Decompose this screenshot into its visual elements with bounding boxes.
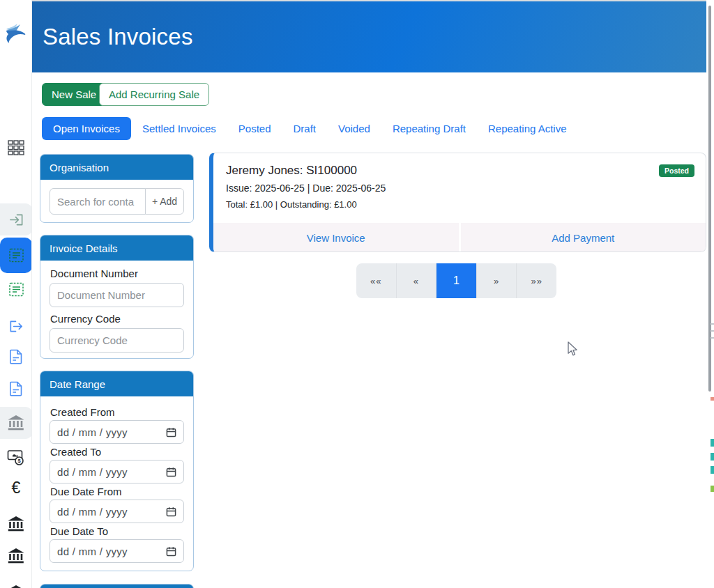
document-icon[interactable]: [0, 376, 32, 401]
scrollbar-marker: [711, 337, 714, 339]
add-recurring-sale-button[interactable]: Add Recurring Sale: [99, 83, 209, 106]
scrollbar-marker: [711, 323, 714, 325]
pagination-first-button[interactable]: ««: [356, 263, 397, 298]
pagination: «« « 1 » »»: [356, 263, 556, 298]
bank-icon[interactable]: [0, 511, 32, 536]
due-date-to-label: Due Date To: [50, 525, 184, 537]
currency-code-input[interactable]: [50, 328, 184, 353]
invoice-title: Jeremy Jones: SI100000: [226, 164, 693, 178]
page-header: Sales Invoices: [32, 0, 706, 72]
currency-code-label: Currency Code: [50, 313, 184, 325]
scrollbar-marker: [711, 453, 714, 461]
document-icon[interactable]: [0, 344, 32, 369]
tab-open-invoices[interactable]: Open Invoices: [42, 117, 131, 140]
status-badge: Posted: [659, 164, 694, 177]
invoice-dates: Issue: 2025-06-25 | Due: 2025-06-25: [226, 183, 693, 194]
sign-out-icon[interactable]: [0, 314, 32, 339]
scrollbar-marker: [711, 330, 714, 332]
tab-voided[interactable]: Voided: [327, 117, 381, 140]
sidebar: $ €: [0, 0, 32, 588]
calendar-icon[interactable]: [166, 546, 176, 557]
due-date-from-date-input[interactable]: dd / mm / yyyy: [50, 500, 184, 523]
date-range-filter-panel: Date Range Created From dd / mm / yyyy C…: [40, 371, 194, 571]
document-number-label: Document Number: [50, 268, 184, 280]
bank-icon[interactable]: [0, 580, 32, 588]
scrollbar-track[interactable]: [706, 0, 714, 588]
calendar-icon[interactable]: [166, 506, 176, 517]
add-contact-button[interactable]: + Add: [145, 188, 184, 215]
due-date-to-date-input[interactable]: dd / mm / yyyy: [50, 539, 184, 563]
add-payment-button[interactable]: Add Payment: [461, 223, 706, 252]
filter-panel-partial: [40, 584, 194, 588]
created-to-date-input[interactable]: dd / mm / yyyy: [50, 460, 184, 483]
panel-title: Organisation: [40, 155, 193, 180]
view-invoice-button[interactable]: View Invoice: [213, 223, 459, 252]
app-logo-icon: [3, 22, 29, 49]
scrollbar-marker: [711, 486, 714, 492]
created-to-label: Created To: [50, 446, 184, 458]
created-from-label: Created From: [50, 406, 184, 418]
mouse-cursor-icon: [566, 341, 579, 360]
invoice-list-icon-active[interactable]: [0, 238, 32, 273]
invoice-totals: Total: £1.00 | Outstanding: £1.00: [226, 199, 693, 210]
scrollbar-marker: [711, 439, 714, 447]
tab-repeating-draft[interactable]: Repeating Draft: [381, 117, 477, 140]
invoice-details-filter-panel: Invoice Details Document Number Currency…: [40, 235, 194, 359]
invoice-tabs: Open Invoices Settled Invoices Posted Dr…: [42, 117, 578, 140]
new-sale-button[interactable]: New Sale: [42, 83, 106, 106]
created-from-date-input[interactable]: dd / mm / yyyy: [50, 420, 184, 444]
tab-repeating-active[interactable]: Repeating Active: [477, 117, 578, 140]
due-date-from-label: Due Date From: [50, 486, 184, 497]
scrollbar-marker: [711, 466, 714, 474]
invoice-card: Jeremy Jones: SI100000 Issue: 2025-06-25…: [209, 153, 706, 252]
panel-title: Date Range: [40, 371, 193, 396]
pagination-last-button[interactable]: »»: [517, 263, 556, 298]
organisation-filter-panel: Organisation + Add: [40, 154, 194, 223]
invoice-list-icon[interactable]: [0, 277, 32, 302]
contact-search-input[interactable]: [50, 188, 146, 215]
document-number-input[interactable]: [50, 283, 184, 307]
pagination-page-1-button[interactable]: 1: [436, 263, 477, 298]
page-title: Sales Invoices: [43, 24, 193, 50]
pagination-next-button[interactable]: »: [477, 263, 517, 298]
tab-draft[interactable]: Draft: [282, 117, 328, 140]
apps-grid-icon[interactable]: [0, 135, 32, 160]
bank-icon[interactable]: [0, 407, 32, 439]
sign-in-icon[interactable]: [0, 203, 32, 235]
euro-currency-icon[interactable]: €: [0, 475, 32, 500]
money-payment-icon[interactable]: $: [0, 444, 32, 470]
calendar-icon[interactable]: [166, 467, 176, 477]
pagination-prev-button[interactable]: «: [397, 263, 437, 298]
panel-title: Invoice Details: [40, 235, 193, 261]
calendar-icon[interactable]: [166, 427, 176, 438]
scrollbar-marker: [711, 397, 714, 401]
scrollbar-thumb[interactable]: [708, 6, 711, 392]
tab-posted[interactable]: Posted: [227, 117, 282, 140]
tab-settled-invoices[interactable]: Settled Invoices: [131, 117, 227, 140]
bank-icon[interactable]: [0, 543, 32, 568]
